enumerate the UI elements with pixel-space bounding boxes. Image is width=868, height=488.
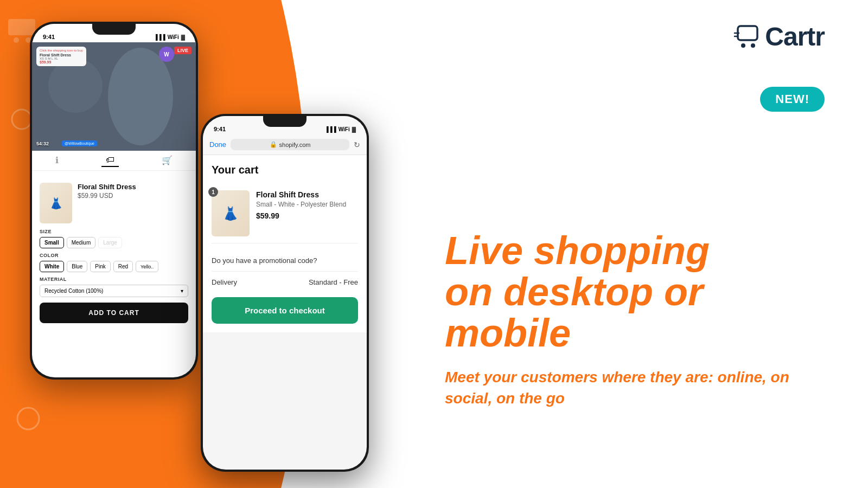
phone-back-screen: 9:41 ▐▐▐ WiFi ▓ Click the shopping icon … bbox=[32, 24, 196, 377]
streamer-avatar: W bbox=[159, 47, 174, 62]
headline-container: Live shopping on desktop or mobile Meet … bbox=[445, 198, 825, 409]
product-nav-tabs: ℹ 🏷 🛒 bbox=[32, 151, 196, 171]
refresh-icon[interactable]: ↻ bbox=[354, 140, 360, 149]
cart-title: Your cart bbox=[212, 164, 358, 176]
cart-item-details: Floral Shift Dress Small - White - Polye… bbox=[256, 190, 346, 236]
size-label: SIZE bbox=[40, 229, 188, 234]
phone-back-notch bbox=[92, 24, 136, 35]
phone-front: 9:41 ▐▐▐ WiFi ▓ Done 🔒 shopify.com ↻ You… bbox=[201, 114, 369, 472]
status-time-front: 9:41 bbox=[214, 126, 226, 132]
battery-icon-front: ▓ bbox=[352, 126, 356, 132]
wifi-icon-front: WiFi bbox=[339, 126, 350, 132]
lock-icon: 🔒 bbox=[270, 141, 277, 148]
chevron-down-icon: ▾ bbox=[181, 288, 183, 294]
cart-quantity-badge: 1 bbox=[208, 187, 218, 197]
color-yellow[interactable]: Yello.. bbox=[136, 261, 158, 272]
signal-icon-front: ▐▐▐ bbox=[324, 126, 336, 132]
status-time-back: 9:41 bbox=[43, 34, 55, 40]
live-badge: LIVE bbox=[174, 47, 192, 54]
subheadline: Meet your customers where they are: onli… bbox=[445, 367, 825, 409]
delivery-value: Standard - Free bbox=[309, 278, 358, 286]
size-large[interactable]: Large bbox=[98, 237, 122, 248]
new-badge: NEW! bbox=[760, 87, 825, 112]
product-price: $59.99 USD bbox=[78, 192, 188, 200]
right-section: Cartr NEW! Live shopping on desktop or m… bbox=[380, 0, 868, 488]
cart-item-variant: Small - White - Polyester Blend bbox=[256, 201, 346, 208]
browser-done-button[interactable]: Done bbox=[209, 140, 226, 149]
material-value: Recycled Cotton (100%) bbox=[44, 288, 103, 294]
browser-url-bar: 🔒 shopify.com bbox=[231, 139, 349, 150]
headline-line2: on desktop or bbox=[445, 272, 825, 313]
status-icons-front: ▐▐▐ WiFi ▓ bbox=[324, 126, 356, 132]
fb-handle: @WillowBoutique bbox=[62, 140, 97, 146]
add-to-cart-button[interactable]: ADD TO CART bbox=[40, 303, 188, 323]
tab-info[interactable]: ℹ bbox=[51, 154, 63, 167]
phone-front-notch bbox=[263, 116, 307, 127]
material-dropdown[interactable]: Recycled Cotton (100%) ▾ bbox=[40, 285, 188, 297]
tab-cart[interactable]: 🛒 bbox=[157, 154, 177, 167]
color-white[interactable]: White bbox=[40, 261, 64, 272]
popup-price: $59.99 bbox=[40, 60, 83, 64]
svg-point-9 bbox=[741, 43, 745, 48]
delivery-row: Delivery Standard - Free bbox=[212, 278, 358, 286]
svg-point-10 bbox=[751, 43, 755, 48]
battery-icon: ▓ bbox=[181, 34, 185, 40]
color-pink[interactable]: Pink bbox=[90, 261, 110, 272]
color-label: COLOR bbox=[40, 253, 188, 258]
material-label: MATERIAL bbox=[40, 277, 188, 282]
logo: Cartr bbox=[733, 22, 825, 52]
tab-tag[interactable]: 🏷 bbox=[101, 154, 119, 167]
product-thumbnail: 👗 bbox=[40, 183, 72, 223]
cart-item-row: 1 👗 Floral Shift Dress Small - White - P… bbox=[212, 184, 358, 243]
cart-logo-icon bbox=[733, 23, 762, 51]
product-info: Floral Shift Dress $59.99 USD bbox=[78, 183, 188, 223]
logo-text: Cartr bbox=[765, 22, 825, 52]
url-text: shopify.com bbox=[279, 142, 311, 148]
headline-line3: mobile bbox=[445, 313, 825, 354]
svg-rect-8 bbox=[738, 26, 757, 40]
promo-code-row[interactable]: Do you have a promotional code? bbox=[212, 250, 358, 272]
product-popup: Click the shopping icon to buy Floral Sh… bbox=[36, 47, 86, 66]
headline-line1: Live shopping bbox=[445, 230, 825, 272]
cart-item-price: $59.99 bbox=[256, 211, 346, 220]
cart-item-image: 1 👗 bbox=[212, 190, 250, 236]
size-small[interactable]: Small bbox=[40, 237, 64, 248]
delivery-label: Delivery bbox=[212, 278, 237, 286]
size-options: Small Medium Large bbox=[40, 237, 188, 248]
wifi-icon: WiFi bbox=[168, 34, 179, 40]
signal-icon: ▐▐▐ bbox=[154, 34, 165, 40]
product-row: 👗 Floral Shift Dress $59.99 USD bbox=[40, 183, 188, 223]
phones-container: 9:41 ▐▐▐ WiFi ▓ Click the shopping icon … bbox=[0, 0, 412, 488]
phone-front-screen: 9:41 ▐▐▐ WiFi ▓ Done 🔒 shopify.com ↻ You… bbox=[203, 116, 367, 470]
size-medium[interactable]: Medium bbox=[67, 237, 96, 248]
product-name: Floral Shift Dress bbox=[78, 183, 188, 191]
color-blue[interactable]: Blue bbox=[67, 261, 87, 272]
live-video-area: Click the shopping icon to buy Floral Sh… bbox=[32, 42, 196, 151]
color-options: White Blue Pink Red Yello.. bbox=[40, 261, 188, 272]
click-to-buy-text: Click the shopping icon to buy bbox=[40, 49, 83, 52]
checkout-button[interactable]: Proceed to checkout bbox=[212, 297, 358, 324]
headline: Live shopping on desktop or mobile bbox=[445, 230, 825, 354]
phone-back: 9:41 ▐▐▐ WiFi ▓ Click the shopping icon … bbox=[30, 22, 198, 380]
status-icons-back: ▐▐▐ WiFi ▓ bbox=[154, 34, 185, 40]
browser-bar: Done 🔒 shopify.com ↻ bbox=[203, 134, 367, 155]
cart-page: Your cart 1 👗 Floral Shift Dress Small -… bbox=[203, 155, 367, 332]
popup-product-name: Floral Shift Dress bbox=[40, 53, 83, 57]
color-red[interactable]: Red bbox=[113, 261, 133, 272]
product-card: 👗 Floral Shift Dress $59.99 USD SIZE Sma… bbox=[32, 176, 196, 330]
stream-time: 54:32 bbox=[36, 141, 49, 146]
cart-item-name: Floral Shift Dress bbox=[256, 190, 346, 199]
